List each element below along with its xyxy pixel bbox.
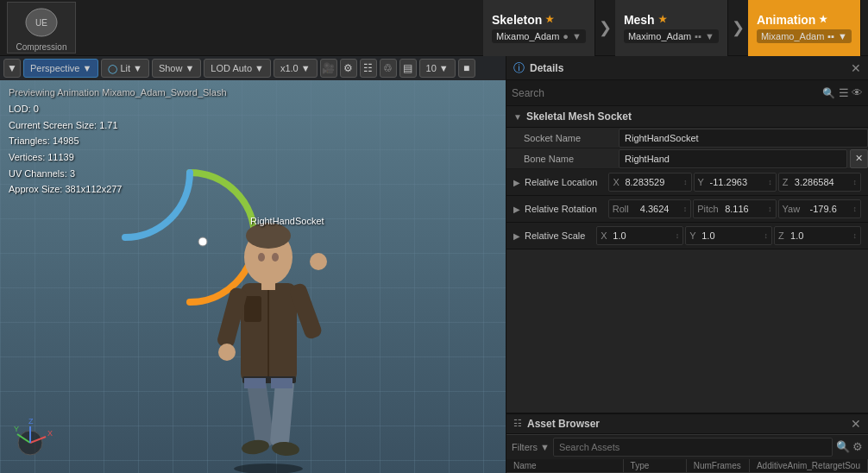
- previewing-label: Previewing Animation Mixamo_Adam_Sword_S…: [9, 87, 227, 98]
- scale-x-val: 1.0: [613, 230, 673, 241]
- details-content: ▼ Skeletal Mesh Socket Socket Name Bone …: [506, 106, 868, 413]
- asset-settings-btn[interactable]: ⚙: [852, 440, 863, 453]
- perspective-btn[interactable]: Perspective ▼: [23, 59, 98, 78]
- col-additive: AdditiveAnim_RetargetSou: [750, 459, 868, 472]
- asset-table-header: Name Type NumFrames AdditiveAnim_Retarge…: [506, 459, 868, 473]
- details-search-icon[interactable]: 🔍: [822, 87, 835, 99]
- relative-rotation-label: Relative Rotation: [525, 204, 597, 214]
- bone-name-clear-btn[interactable]: ✕: [850, 149, 868, 168]
- lod-btn[interactable]: LOD Auto ▼: [204, 59, 271, 78]
- details-eye-icon[interactable]: 👁: [852, 86, 863, 99]
- socket-name-value-area: [619, 129, 868, 148]
- col-name: Name: [506, 459, 624, 472]
- section-title: Skeletal Mesh Socket: [526, 110, 632, 123]
- relative-location-row[interactable]: ▶ Relative Location X 8.283529 ↕ Y -11.2…: [506, 169, 868, 196]
- uv-channels-value: UV Channels: 3: [9, 166, 122, 182]
- tab-arrow-2: ❯: [728, 18, 748, 37]
- loc-x-val: 8.283529: [625, 177, 682, 187]
- pipeline-tabs: Skeleton ★ Mixamo_Adam ● ▼ ❯ Mesh ★ Maxi…: [483, 0, 861, 56]
- asset-browser-header: ☷ Asset Browser ✕: [506, 414, 868, 434]
- screen-size-value: Current Screen Size: 1.71: [9, 117, 122, 134]
- viewport-menu-btn[interactable]: ▼: [3, 59, 21, 78]
- grid-btn[interactable]: ☷: [360, 59, 377, 78]
- loc-x-label: X: [613, 177, 623, 187]
- tab-arrow-1: ❯: [595, 18, 615, 37]
- section-skeletal-mesh-socket[interactable]: ▼ Skeletal Mesh Socket: [506, 106, 868, 128]
- relative-rotation-row[interactable]: ▶ Relative Rotation Roll 4.3624 ↕ Pitch …: [506, 196, 868, 223]
- socket-label: RightHandSocket: [250, 216, 324, 226]
- svg-point-17: [246, 223, 291, 249]
- details-panel-header: ⓘ Details ✕: [506, 56, 868, 80]
- asset-browser-toolbar: 🔍 ⚙: [836, 440, 863, 453]
- compression-label: Compression: [16, 42, 67, 52]
- asset-browser: ☷ Asset Browser ✕ Filters ▼ 🔍 ⚙ Name Typ…: [506, 413, 868, 473]
- svg-text:Z: Z: [28, 417, 34, 426]
- camera-btn[interactable]: 🎥: [320, 59, 337, 78]
- rot-yaw-field: Yaw -179.6 ↕: [778, 199, 861, 218]
- rot-yaw-label: Yaw: [783, 204, 808, 214]
- tab-mesh-subtitle: Maximo_Adam ▪▪ ▼: [624, 29, 719, 43]
- rot-roll-label: Roll: [613, 204, 638, 214]
- asset-search-btn[interactable]: 🔍: [836, 440, 850, 453]
- svg-text:X: X: [47, 429, 53, 438]
- svg-rect-23: [271, 378, 292, 388]
- lit-btn[interactable]: ◯ Lit ▼: [101, 59, 149, 78]
- tab-skeleton-title: Skeleton ★: [492, 13, 554, 27]
- bone-name-input[interactable]: [619, 149, 847, 168]
- asset-search-bar: Filters ▼ 🔍 ⚙: [506, 434, 868, 459]
- bone-name-row: Bone Name ✕: [506, 148, 868, 169]
- vertices-value: Vertices: 11139: [9, 149, 122, 166]
- relative-rotation-values: Roll 4.3624 ↕ Pitch 8.116 ↕ Yaw -179.6: [608, 199, 861, 218]
- rot-pitch-val: 8.116: [725, 204, 766, 214]
- details-toolbar-icons: ☰ 👁: [839, 86, 863, 99]
- details-icon: ⓘ: [513, 60, 525, 76]
- settings-btn[interactable]: ⚙: [340, 59, 357, 78]
- scale-z-val: 1.0: [790, 230, 851, 241]
- asset-search-input[interactable]: [553, 438, 833, 457]
- svg-rect-20: [261, 280, 275, 290]
- tab-mesh[interactable]: Mesh ★ Maximo_Adam ▪▪ ▼: [615, 0, 728, 56]
- tab-animation-title: Animation ★: [757, 13, 827, 27]
- relative-location-values: X 8.283529 ↕ Y -11.2963 ↕ Z 3.286584: [608, 173, 861, 192]
- details-search-input[interactable]: [512, 87, 819, 99]
- svg-point-4: [234, 464, 303, 473]
- details-search-bar: 🔍 ☰ 👁: [506, 80, 868, 106]
- svg-point-14: [218, 344, 236, 361]
- socket-name-input[interactable]: [619, 129, 868, 148]
- show-btn[interactable]: Show ▼: [152, 59, 201, 78]
- scale-x-label: X: [601, 230, 611, 241]
- loc-z-field: Z 3.286584 ↕: [778, 173, 861, 192]
- layout-btn[interactable]: ▤: [399, 59, 417, 78]
- asset-browser-close-btn[interactable]: ✕: [851, 417, 861, 431]
- svg-point-19: [272, 253, 279, 262]
- relative-scale-row[interactable]: ▶ Relative Scale X 1.0 ↕ Y 1.0 ↕: [506, 223, 868, 249]
- details-close-btn[interactable]: ✕: [851, 61, 861, 75]
- tab-animation-subtitle: Mixamo_Adam ▪▪ ▼: [757, 29, 852, 43]
- loc-y-val: -11.2963: [710, 177, 767, 187]
- svg-text:Y: Y: [14, 425, 19, 433]
- triangles-value: Triangles: 14985: [9, 133, 122, 149]
- relative-location-label: Relative Location: [525, 177, 597, 187]
- details-list-icon[interactable]: ☰: [839, 86, 849, 99]
- tab-skeleton[interactable]: Skeleton ★ Mixamo_Adam ● ▼: [483, 0, 595, 56]
- main-layout: ▼ Perspective ▼ ◯ Lit ▼ Show ▼ LOD Auto …: [0, 56, 868, 473]
- right-panel: ⓘ Details ✕ 🔍 ☰ 👁 ▼ Skeletal Mesh Socket…: [506, 56, 868, 473]
- viewport[interactable]: ▼ Perspective ▼ ◯ Lit ▼ Show ▼ LOD Auto …: [0, 56, 506, 473]
- scale-z-field: Z 1.0 ↕: [774, 226, 861, 245]
- tab-animation[interactable]: Animation ★ Mixamo_Adam ▪▪ ▼: [748, 0, 861, 56]
- frame-btn[interactable]: 10 ▼: [419, 59, 456, 78]
- logo-image: UE: [20, 3, 63, 42]
- scale-z-label: Z: [778, 230, 789, 241]
- viewport-toolbar: ▼ Perspective ▼ ◯ Lit ▼ Show ▼ LOD Auto …: [0, 56, 506, 80]
- scale-btn[interactable]: x1.0 ▼: [274, 59, 318, 78]
- snap-btn[interactable]: ♲: [380, 59, 397, 78]
- app-logo: UE Compression: [7, 2, 76, 54]
- approx-size-value: Approx Size: 381x112x277: [9, 181, 122, 198]
- bone-name-value-area: ✕: [619, 149, 868, 168]
- svg-rect-22: [244, 378, 266, 388]
- extra-btn[interactable]: ■: [458, 59, 475, 78]
- svg-text:UE: UE: [35, 18, 47, 28]
- col-type: Type: [624, 459, 687, 472]
- loc-z-label: Z: [783, 177, 793, 187]
- loc-z-val: 3.286584: [795, 177, 852, 187]
